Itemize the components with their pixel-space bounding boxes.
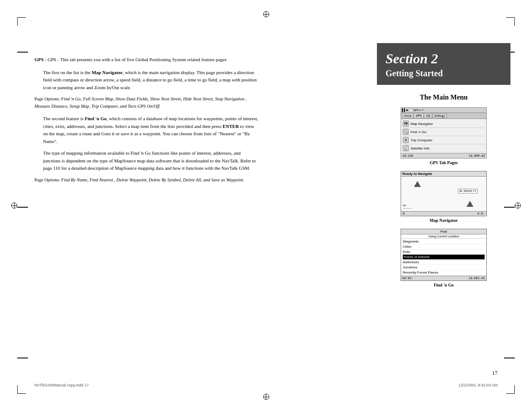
menu-item-find-n-go: 🔍 Find 'n Go — [403, 128, 485, 136]
find-n-go-box: Find Using Current Location Waypoints Ci… — [401, 229, 487, 281]
menu-label-find-n-go: Find 'n Go — [411, 130, 426, 134]
map-navigator-caption: Map Navigator — [377, 218, 510, 223]
reg-mark-bottom — [263, 393, 270, 400]
gps-intro-text: GPS - This tab presents you with a list … — [48, 57, 227, 62]
map-scale: 50° ────── — [403, 204, 412, 209]
menu-item-trip: ✈ Trip Computer — [403, 136, 485, 144]
tab-bar: Home GPS Util Settings — [401, 113, 486, 119]
gps-menu-items: 🗺 Map Navigator 🔍 Find 'n Go ✈ Trip Comp… — [401, 119, 486, 153]
find-item-poi: Points of Interest — [403, 255, 485, 260]
corner-mark-tl — [17, 17, 26, 26]
dash-left-mid — [17, 207, 28, 208]
footer-left: NvTlkGSMManual copy.indd 17 — [34, 383, 89, 387]
map-nav-bold: Map Navigator — [92, 70, 123, 75]
page-options-2: Page Options: Find By Name, Find Nearest… — [34, 177, 258, 184]
tab-icons-row: ▌▌ ▶ 📋 ⚙ ≡ ⇔ ↩ — [401, 108, 486, 113]
gps-time: 10:160 — [402, 154, 413, 158]
find-item-waypoints: Waypoints — [403, 239, 485, 244]
section-title: Getting Started — [386, 68, 502, 78]
map-distance: 0.0: — [477, 212, 485, 215]
page-number: 17 — [492, 370, 498, 377]
para2: The second feature is Find 'n Go, which … — [43, 115, 258, 145]
corner-mark-br — [506, 385, 515, 394]
map-label-box: BE:BDE0B:FF — [458, 189, 478, 193]
map-navigator-box: Ready to Navigate BE:BDE0B:FF 50° ──────… — [401, 171, 487, 216]
find-date: 10-DEC-01 — [469, 277, 485, 280]
find-n-go-bold: Find 'n Go — [85, 116, 107, 121]
footer-right: 12/2/2002, 8:42:03 AM — [458, 383, 498, 387]
right-column: Section 2 Getting Started The Main Menu … — [377, 43, 510, 293]
icon-satellite: 📡 — [403, 145, 409, 151]
tab-home[interactable]: Home — [402, 113, 414, 118]
reg-mark-left — [11, 202, 18, 209]
gps-time-bar: 10:160 16-APR-02 — [401, 153, 486, 158]
gps-tab-pages-box: ▌▌ ▶ 📋 ⚙ ≡ ⇔ ↩ Home GPS Util Settings 🗺 … — [401, 107, 487, 159]
map-triangle-bottom — [467, 201, 473, 207]
reg-mark-right — [514, 202, 521, 209]
find-item-addresses: Addresses — [403, 260, 485, 265]
icon-arrows: ⇔ — [419, 108, 421, 112]
find-title-bar: Find — [401, 229, 486, 234]
find-item-recent: Recently Found Places — [403, 270, 485, 275]
menu-item-satellite: 📡 Satellite Info — [403, 144, 485, 153]
find-n-go-caption: Find 'n Go — [377, 283, 510, 287]
menu-label-satellite: Satellite Info — [411, 146, 429, 150]
section-header: Section 2 Getting Started — [377, 43, 510, 85]
find-item-cities: Cities — [403, 244, 485, 249]
dash-right-bot — [504, 358, 515, 358]
enter-bold: ENTER — [223, 124, 239, 129]
icon-doc: 📋 — [409, 108, 413, 112]
find-time: 09:62: — [402, 277, 413, 280]
para3: The type of mapping information availabl… — [43, 149, 258, 172]
page-container: GPS - GPS - This tab presents you with a… — [0, 0, 532, 411]
gps-bold-label: GPS - — [34, 57, 47, 62]
map-triangle-top — [414, 181, 421, 187]
icon-map-nav: 🗺 — [403, 121, 409, 127]
page-options-label-2: Page Options: — [34, 177, 61, 182]
find-items-list: Waypoints Cities Exits Points of Interes… — [401, 239, 486, 276]
icon-arrow: ▶ — [407, 108, 409, 112]
para1: The first on the list is the Map Navigat… — [43, 69, 258, 92]
tab-settings[interactable]: Settings — [432, 113, 447, 118]
menu-label-map-nav: Map Navigator — [411, 122, 433, 126]
map-nav-content: BE:BDE0B:FF 50° ────── — [401, 177, 486, 211]
main-menu-heading: The Main Menu — [377, 93, 510, 101]
icon-tool: ⚙ — [414, 108, 416, 112]
corner-mark-bl — [17, 385, 26, 394]
map-nav-title: Ready to Navigate — [401, 171, 486, 177]
section-number: Section 2 — [386, 51, 502, 67]
gps-date: 16-APR-02 — [469, 154, 485, 158]
reg-mark-top — [263, 11, 270, 18]
icon-back: ↩ — [421, 108, 423, 112]
gps-tab-pages-caption: GPS Tab Pages — [377, 160, 510, 165]
find-item-exits: Exits — [403, 249, 485, 255]
tab-util[interactable]: Util — [424, 113, 432, 118]
dash-left-bot — [17, 358, 28, 358]
page-options-1: Page Options: Find 'n Go, Full Screen Ma… — [34, 96, 258, 110]
menu-item-map-nav: 🗺 Map Navigator — [403, 120, 485, 128]
find-item-junctions: Junctions — [403, 265, 485, 270]
menu-label-trip: Trip Computer — [411, 138, 432, 142]
left-column: GPS - GPS - This tab presents you with a… — [34, 56, 258, 189]
find-subtitle: Using Current Location — [401, 234, 486, 239]
gps-intro-para: GPS - GPS - This tab presents you with a… — [34, 56, 258, 64]
corner-mark-tr — [506, 17, 515, 26]
dash-left-top — [17, 52, 28, 53]
icon-find-n-go: 🔍 — [403, 129, 409, 135]
map-compass-row: N 0.0: — [401, 211, 486, 216]
icon-trip: ✈ — [403, 137, 409, 143]
compass-label: N — [403, 212, 404, 215]
tab-gps[interactable]: GPS — [414, 113, 424, 118]
icon-chart: ≡ — [416, 108, 418, 112]
find-time-bar: 09:62: 10-DEC-01 — [401, 276, 486, 280]
icon-signal: ▌▌ — [402, 108, 406, 112]
page-options-label-1: Page Options: — [34, 97, 61, 101]
